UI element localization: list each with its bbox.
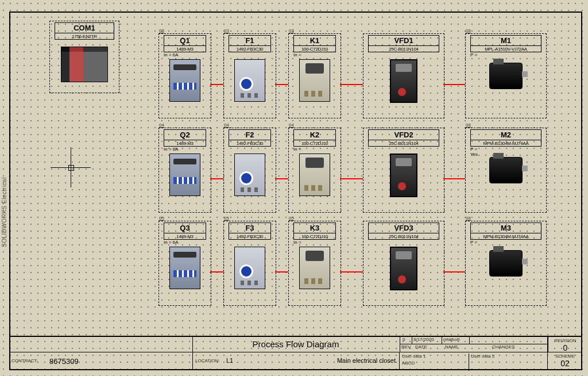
wire[interactable] xyxy=(275,178,288,179)
component-subtext: P =Yes xyxy=(470,147,478,157)
revision-value: 0 xyxy=(548,343,582,352)
motor-icon xyxy=(489,157,523,183)
component-tag: M1 xyxy=(471,36,541,46)
component-m2[interactable]: 08M2MPM-B1304M-MJ74AAP =Yes xyxy=(465,128,547,213)
userdata2-label: User data 2 xyxy=(469,354,494,371)
component-header: VFD125C-B011N104 xyxy=(368,35,439,52)
rev-index: 0 xyxy=(403,337,405,342)
wire[interactable] xyxy=(340,178,363,179)
component-subtext: In = 6A xyxy=(164,52,179,57)
component-vfd2[interactable]: VFD225C-B011N104 xyxy=(363,128,444,213)
component-header: Q11489-M3 xyxy=(164,35,206,52)
wire[interactable] xyxy=(443,178,465,179)
component-q1[interactable]: 03Q11489-M3In = 6A xyxy=(158,33,211,118)
sheet-ref-number: 08 xyxy=(466,28,471,33)
sheet-ref-number: 05 xyxy=(224,216,229,221)
component-q2[interactable]: 04Q21489-M3In = 6A xyxy=(158,128,211,213)
fb-icon xyxy=(234,154,265,196)
sheet-ref-number: 08 xyxy=(466,122,471,128)
component-k2[interactable]: 04K2100-C72DJ10In = xyxy=(288,128,341,213)
plc-icon xyxy=(61,47,108,82)
component-subtext: In = xyxy=(293,52,301,57)
component-partnumber: 25C-B011N104 xyxy=(369,140,439,147)
wire[interactable] xyxy=(210,178,223,179)
sheet-ref-number: 03 xyxy=(289,28,294,33)
component-subtext: In = xyxy=(293,240,301,245)
component-partnumber: 25C-B011N104 xyxy=(369,46,439,52)
title-block: Process Flow Diagram 0 8/17/2020 mtalbot… xyxy=(9,336,582,370)
component-tag: Q1 xyxy=(164,36,206,46)
component-vfd3[interactable]: VFD325C-B011N104 xyxy=(363,221,444,306)
changes-hdr: CHANGES xyxy=(492,344,515,350)
component-partnumber: 100-C72DJ10 xyxy=(294,46,335,52)
component-k3[interactable]: 05K3100-C72DJ10In = xyxy=(288,221,341,306)
component-tag: VFD1 xyxy=(369,36,439,46)
cb-icon xyxy=(169,154,200,196)
component-header: F21492-FB3C30 xyxy=(229,129,271,147)
sheet-ref-number: 05 xyxy=(159,216,164,221)
ct-icon xyxy=(299,154,330,196)
component-header: Q21489-M3 xyxy=(164,129,206,147)
component-f2[interactable]: 04F21492-FB3C30 xyxy=(223,128,276,213)
component-header: K2100-C72DJ10 xyxy=(293,129,336,147)
sheet-ref-number: 04 xyxy=(159,122,164,128)
component-subtext: In = xyxy=(293,147,301,152)
component-tag: COM1 xyxy=(55,23,114,33)
component-header: M3MPM-B1304M-MJ74AA xyxy=(470,222,541,240)
component-partnumber: 100-C72DJ10 xyxy=(294,233,335,240)
component-tag: K3 xyxy=(294,223,335,233)
sheet-ref-number: 03 xyxy=(224,28,229,33)
date-hdr: DATE xyxy=(415,344,427,350)
component-partnumber: MPM-B1304M-MJ74AA xyxy=(471,140,541,147)
component-k1[interactable]: 03K1100-C72DJ10In = xyxy=(288,33,341,118)
component-header: COM1 1756-EN2TR xyxy=(55,22,114,40)
component-header: VFD225C-B011N104 xyxy=(368,129,439,147)
motor-icon xyxy=(489,250,523,277)
component-q3[interactable]: 05Q31489-M3In = 6A xyxy=(158,221,211,306)
component-partnumber: MPL-A1510V-VJ72AA xyxy=(471,46,541,52)
wire[interactable] xyxy=(443,84,465,85)
component-f1[interactable]: 03F11492-FB3C30 xyxy=(223,33,276,118)
rev-hdr: REV. xyxy=(401,344,412,350)
component-m1[interactable]: 08M1MPL-A1510V-VJ72AAP = xyxy=(465,33,547,118)
component-vfd1[interactable]: VFD125C-B011N104 xyxy=(363,33,444,118)
wire[interactable] xyxy=(443,271,465,273)
rev-date-value: 8/17/2020 xyxy=(412,337,434,344)
location-label: LOCATION: xyxy=(195,358,220,363)
revision-label: REVISION xyxy=(548,337,582,343)
component-header: VFD325C-B011N104 xyxy=(368,222,439,240)
sheet-ref-number: 08 xyxy=(466,216,471,221)
location-value: L1 xyxy=(226,357,233,364)
component-f3[interactable]: 05F31492-FB3C30 xyxy=(223,221,276,306)
wire[interactable] xyxy=(340,84,363,85)
motor-icon xyxy=(489,63,523,89)
ct-icon xyxy=(299,247,330,289)
component-partnumber: 1756-EN2TR xyxy=(55,33,114,40)
wire[interactable] xyxy=(210,84,223,85)
sheet-ref-number: 04 xyxy=(289,122,294,128)
wire[interactable] xyxy=(210,271,223,273)
sheet-ref-number: 03 xyxy=(159,28,164,33)
scheme-value: 02 xyxy=(548,359,582,368)
component-com1[interactable]: COM1 1756-EN2TR xyxy=(49,21,119,93)
name-hdr: NAME xyxy=(445,344,458,350)
wire[interactable] xyxy=(340,271,363,273)
component-tag: F3 xyxy=(229,223,270,233)
component-subtext: In = 6A xyxy=(164,240,179,245)
fb-icon xyxy=(234,247,265,289)
title-block-lower: CONTRACT: 8675309 LOCATION: L1 Main elec… xyxy=(9,352,582,370)
component-header: Q31489-M3 xyxy=(164,222,206,240)
component-tag: K2 xyxy=(294,130,335,140)
contract-value: 8675309 xyxy=(49,357,79,366)
area-value: Main electrical closet xyxy=(337,357,396,364)
component-header: F11492-FB3C30 xyxy=(229,35,271,52)
app-name-vertical: SOLIDWORKS Electrical xyxy=(1,177,7,247)
component-tag: VFD3 xyxy=(369,223,439,233)
wire[interactable] xyxy=(275,271,288,273)
wire[interactable] xyxy=(275,84,288,85)
contract-label: CONTRACT: xyxy=(11,358,38,363)
ct-icon xyxy=(299,59,330,102)
component-subtext: In = 6A xyxy=(164,147,179,152)
component-header: M1MPL-A1510V-VJ72AA xyxy=(470,35,541,52)
component-m3[interactable]: 08M3MPM-B1304M-MJ74AAP = xyxy=(465,221,547,306)
